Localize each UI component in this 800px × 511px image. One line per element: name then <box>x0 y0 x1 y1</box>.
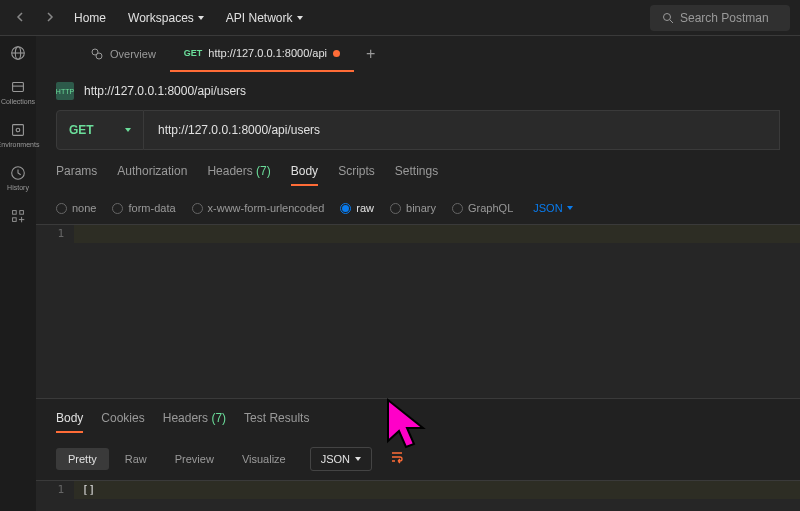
line-content: [] <box>74 481 800 499</box>
sidebar-item-more[interactable] <box>0 207 36 225</box>
tab-request-active[interactable]: GET http://127.0.0.1:8000/api <box>170 36 354 72</box>
workspace-tabs: Overview GET http://127.0.0.1:8000/api + <box>36 36 800 72</box>
response-panel: Body Cookies Headers (7) Test Results Pr… <box>36 398 800 511</box>
chevron-down-icon <box>297 16 303 20</box>
req-tab-scripts[interactable]: Scripts <box>338 164 375 186</box>
back-button[interactable] <box>10 7 32 29</box>
sidebar-item-collections[interactable]: Collections <box>0 78 36 105</box>
sidebar-item-history[interactable]: History <box>0 164 36 191</box>
resp-view-pretty[interactable]: Pretty <box>56 448 109 470</box>
resp-tab-cookies[interactable]: Cookies <box>101 411 144 433</box>
body-type-urlencoded[interactable]: x-www-form-urlencoded <box>192 202 325 214</box>
nav-workspaces[interactable]: Workspaces <box>120 7 212 29</box>
line-number: 1 <box>36 481 74 499</box>
body-type-form-data[interactable]: form-data <box>112 202 175 214</box>
content-type-dropdown[interactable]: JSON <box>533 202 572 214</box>
radio-label: GraphQL <box>468 202 513 214</box>
chevron-down-icon <box>125 128 131 132</box>
request-tabs: Params Authorization Headers (7) Body Sc… <box>36 150 800 196</box>
collections-icon <box>9 78 27 96</box>
wrap-lines-button[interactable] <box>382 445 412 472</box>
tab-label: Overview <box>110 48 156 60</box>
wrap-icon <box>390 450 404 464</box>
body-type-selector: none form-data x-www-form-urlencoded raw… <box>36 196 800 224</box>
radio-icon <box>56 203 67 214</box>
nav-api-network[interactable]: API Network <box>218 7 311 29</box>
url-value: http://127.0.0.1:8000/api/users <box>158 123 320 137</box>
url-input[interactable]: http://127.0.0.1:8000/api/users <box>144 110 780 150</box>
req-tab-body[interactable]: Body <box>291 164 318 186</box>
radio-label: none <box>72 202 96 214</box>
resp-tab-headers[interactable]: Headers (7) <box>163 411 226 433</box>
radio-icon <box>192 203 203 214</box>
body-type-raw[interactable]: raw <box>340 202 374 214</box>
editor-line: 1 [] <box>36 481 800 499</box>
tab-method-badge: GET <box>184 48 203 58</box>
radio-label: binary <box>406 202 436 214</box>
method-value: GET <box>69 123 94 137</box>
req-tab-authorization[interactable]: Authorization <box>117 164 187 186</box>
search-placeholder: Search Postman <box>680 11 769 25</box>
history-icon <box>9 164 27 182</box>
svg-rect-7 <box>13 125 24 136</box>
editor-line: 1 <box>36 225 800 243</box>
overview-icon <box>90 47 104 61</box>
resp-view-visualize[interactable]: Visualize <box>230 448 298 470</box>
resp-tab-body[interactable]: Body <box>56 411 83 433</box>
breadcrumb: HTTP http://127.0.0.1:8000/api/users <box>36 72 800 110</box>
svg-rect-10 <box>13 211 17 215</box>
chevron-down-icon <box>567 206 573 210</box>
response-body-viewer[interactable]: 1 [] <box>36 480 800 511</box>
radio-icon <box>390 203 401 214</box>
headers-count: (7) <box>256 164 271 178</box>
sidebar-label: Environments <box>0 141 39 148</box>
grid-plus-icon <box>9 207 27 225</box>
body-type-none[interactable]: none <box>56 202 96 214</box>
tab-label: http://127.0.0.1:8000/api <box>208 47 327 59</box>
svg-point-14 <box>96 53 102 59</box>
svg-rect-5 <box>13 83 24 92</box>
tab-overview[interactable]: Overview <box>76 36 170 72</box>
svg-point-0 <box>664 13 671 20</box>
sidebar-item-globe[interactable] <box>0 44 36 62</box>
globe-icon <box>9 44 27 62</box>
search-input[interactable]: Search Postman <box>650 5 790 31</box>
resp-format-value: JSON <box>321 453 350 465</box>
request-body-editor[interactable]: 1 <box>36 224 800 398</box>
chevron-down-icon <box>198 16 204 20</box>
body-type-graphql[interactable]: GraphQL <box>452 202 513 214</box>
resp-view-preview[interactable]: Preview <box>163 448 226 470</box>
svg-rect-11 <box>20 211 24 215</box>
req-tab-settings[interactable]: Settings <box>395 164 438 186</box>
nav-home[interactable]: Home <box>66 7 114 29</box>
resp-format-dropdown[interactable]: JSON <box>310 447 372 471</box>
arrow-right-icon <box>44 12 54 22</box>
arrow-left-icon <box>16 12 26 22</box>
resp-view-raw[interactable]: Raw <box>113 448 159 470</box>
svg-line-1 <box>670 20 673 23</box>
radio-label: raw <box>356 202 374 214</box>
body-type-binary[interactable]: binary <box>390 202 436 214</box>
radio-label: x-www-form-urlencoded <box>208 202 325 214</box>
req-tab-params[interactable]: Params <box>56 164 97 186</box>
sidebar-item-environments[interactable]: Environments <box>0 121 36 148</box>
content-type-value: JSON <box>533 202 562 214</box>
line-content[interactable] <box>74 225 800 243</box>
req-tab-headers[interactable]: Headers (7) <box>207 164 270 186</box>
resp-tab-test-results[interactable]: Test Results <box>244 411 309 433</box>
forward-button[interactable] <box>38 7 60 29</box>
left-sidebar: Collections Environments History <box>0 36 36 511</box>
new-tab-button[interactable]: + <box>354 45 387 63</box>
search-icon <box>662 12 674 24</box>
unsaved-indicator <box>333 50 340 57</box>
top-bar: Home Workspaces API Network Search Postm… <box>0 0 800 36</box>
radio-label: form-data <box>128 202 175 214</box>
response-tabs: Body Cookies Headers (7) Test Results <box>36 399 800 441</box>
line-number: 1 <box>36 225 74 243</box>
method-dropdown[interactable]: GET <box>56 110 144 150</box>
nav-api-network-label: API Network <box>226 11 293 25</box>
environments-icon <box>9 121 27 139</box>
svg-point-8 <box>16 128 20 132</box>
sidebar-label: History <box>7 184 29 191</box>
resp-tab-label: Headers <box>163 411 208 425</box>
